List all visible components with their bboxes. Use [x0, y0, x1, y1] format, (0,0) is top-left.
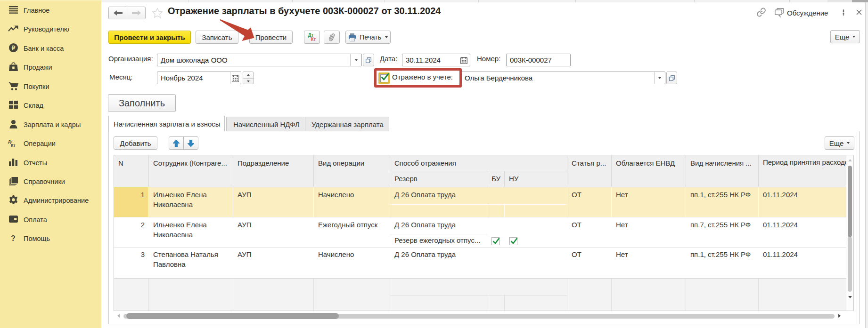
svg-text:₽: ₽ [11, 45, 15, 51]
